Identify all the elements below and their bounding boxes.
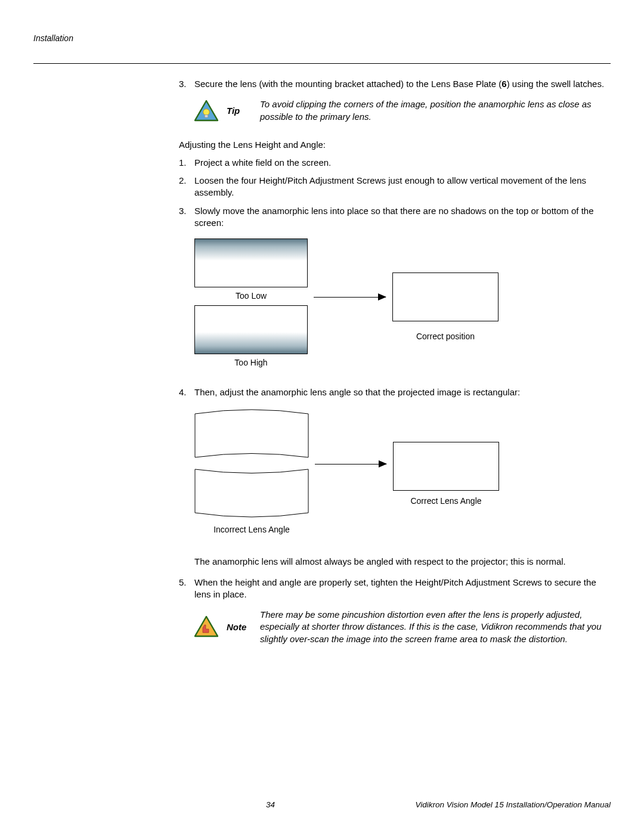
diagram-too-high: [194, 305, 308, 354]
running-header: Installation: [33, 33, 611, 43]
step-text: When the height and angle are properly s…: [194, 577, 607, 601]
step-number: 3.: [179, 205, 194, 230]
diagram-correct-angle: [393, 442, 499, 491]
header-rule: [33, 63, 611, 64]
arrow-icon: [315, 464, 386, 465]
step-text: Loosen the four Height/Pitch Adjustment …: [194, 175, 607, 199]
svg-rect-2: [205, 114, 208, 117]
step-number: 4.: [179, 386, 194, 398]
page-number: 34: [266, 800, 275, 809]
label-too-high: Too High: [194, 358, 308, 367]
step3-text-b: ) using the swell latches.: [507, 79, 604, 89]
svg-point-1: [203, 109, 209, 114]
note-callout: Note There may be some pincushion distor…: [194, 609, 607, 645]
diagram-correct-position: [392, 272, 499, 321]
note-label: Note: [227, 622, 252, 632]
figure-angle-adjust: Incorrect Lens Angle Correct Lens Angle: [194, 408, 607, 545]
svg-marker-3: [195, 617, 218, 636]
footer-title: Vidikron Vision Model 15 Installation/Op…: [416, 800, 611, 809]
step-text: Slowly move the anamorphic lens into pla…: [194, 205, 607, 230]
tip-callout: Tip To avoid clipping the corners of the…: [194, 98, 607, 123]
step3-bold: 6: [501, 79, 506, 89]
diagram-incorrect-bottom: [194, 469, 309, 519]
diagram-too-low: [194, 239, 308, 287]
step-number: 1.: [179, 157, 194, 169]
adj-step-5: 5. When the height and angle are properl…: [179, 577, 607, 601]
tip-label: Tip: [227, 106, 252, 116]
page-footer: 34 Vidikron Vision Model 15 Installation…: [33, 800, 611, 809]
main-content: 3. Secure the lens (with the mounting br…: [179, 78, 607, 645]
arrow-icon: [314, 297, 386, 298]
adjusting-subhead: Adjusting the Lens Height and Angle:: [179, 138, 607, 151]
paragraph-normal: The anamorphic lens will almost always b…: [194, 556, 607, 568]
step-number: 2.: [179, 175, 194, 199]
label-incorrect-angle: Incorrect Lens Angle: [194, 525, 309, 534]
step3-text-a: Secure the lens (with the mounting brack…: [194, 79, 501, 89]
label-too-low: Too Low: [194, 291, 308, 301]
label-correct-angle: Correct Lens Angle: [393, 496, 499, 506]
adj-step-3: 3. Slowly move the anamorphic lens into …: [179, 205, 607, 230]
step-number: 5.: [179, 577, 194, 601]
step-3: 3. Secure the lens (with the mounting br…: [179, 78, 607, 90]
step-text: Then, adjust the anamorphic lens angle s…: [194, 386, 607, 398]
lightbulb-triangle-icon: [194, 100, 218, 122]
step-text: Project a white field on the screen.: [194, 157, 607, 169]
hand-triangle-icon: [194, 616, 218, 637]
note-text: There may be some pincushion distortion …: [260, 609, 607, 645]
tip-text: To avoid clipping the corners of the ima…: [260, 98, 607, 123]
figure-height-adjust: Too Low Too High Correct position: [194, 239, 607, 376]
adj-step-4: 4. Then, adjust the anamorphic lens angl…: [179, 386, 607, 398]
step-number: 3.: [179, 78, 194, 90]
adj-step-2: 2. Loosen the four Height/Pitch Adjustme…: [179, 175, 607, 199]
diagram-incorrect-top: [194, 408, 309, 458]
step-text: Secure the lens (with the mounting brack…: [194, 78, 607, 90]
label-correct-position: Correct position: [392, 332, 499, 341]
adj-step-1: 1. Project a white field on the screen.: [179, 157, 607, 169]
